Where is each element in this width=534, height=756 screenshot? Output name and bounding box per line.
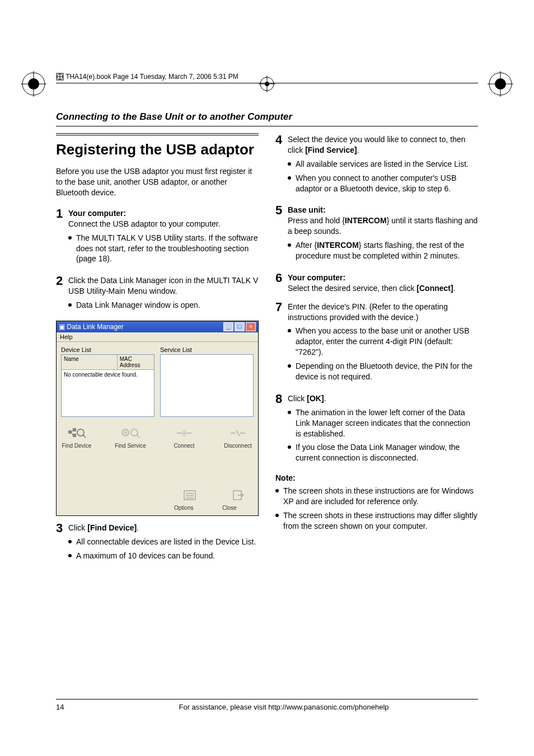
step-7: 7 Enter the device's PIN. (Refer to the … [275,300,478,386]
note-list: The screen shots in these instructions a… [275,486,478,532]
step-4: 4 Select the device you would like to co… [275,133,478,197]
footer-text: For assistance, please visit http://www.… [90,703,478,711]
note-heading: Note: [275,473,478,482]
svg-line-20 [72,432,73,435]
page-title: Registering the USB adaptor [56,133,259,158]
menu-help[interactable]: Help [60,334,73,340]
registration-mark-icon [484,67,517,101]
options-button[interactable]: Options [174,488,205,511]
svg-rect-18 [73,434,76,437]
connect-button[interactable]: Connect [168,426,200,449]
registration-mark-icon [17,67,50,101]
svg-rect-16 [68,430,72,434]
animation-area [61,449,254,488]
device-list-label: Device List [61,346,154,353]
close-button[interactable]: × [246,322,256,331]
step-3: 3 Click [Find Device]. All connectable d… [56,522,259,565]
svg-rect-17 [73,428,76,431]
section-header: Connecting to the Base Unit or to anothe… [56,111,478,126]
step-1: 1 Your computer:Connect the USB adaptor … [56,207,259,267]
device-list[interactable]: NameMAC Address No connectable device fo… [61,354,154,417]
svg-line-22 [83,435,86,438]
page-footer: 14 For assistance, please visit http://w… [56,699,478,711]
data-link-manager-window: ▣ Data Link Manager _ □ × Help Device Li… [56,321,259,516]
svg-line-19 [72,430,73,432]
find-service-button[interactable]: Find Service [115,426,146,449]
svg-line-25 [137,435,139,438]
service-list-label: Service List [160,346,254,353]
intro-paragraph: Before you use the USB adaptor you must … [56,166,259,198]
app-icon: ▣ [59,323,65,331]
minimize-button[interactable]: _ [223,322,233,331]
disconnect-button[interactable]: Disconnect [222,426,254,449]
page-number: 14 [56,703,90,711]
window-title: Data Link Manager [67,323,123,331]
service-list[interactable] [160,354,254,417]
close-app-button[interactable]: Close [222,488,254,511]
maximize-button[interactable]: □ [235,322,245,331]
svg-rect-31 [184,491,195,500]
step-2: 2 Click the Data Link Manager icon in th… [56,274,259,314]
print-header: THA14(e).book Page 14 Tuesday, March 7, … [56,73,478,83]
step-6: 6 Your computer:Select the desired servi… [275,271,478,294]
step-8: 8 Click [OK]. The animation in the lower… [275,392,478,467]
svg-line-30 [236,430,240,436]
step-5: 5 Base unit:Press and hold INTERCOM unti… [275,204,478,264]
find-device-button[interactable]: Find Device [61,426,92,449]
